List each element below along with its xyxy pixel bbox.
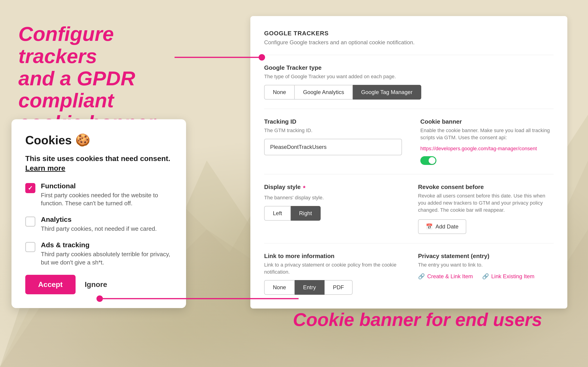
create-link-action[interactable]: 🔗 Create & Link Item [418, 273, 473, 280]
tracker-type-desc: The type of Google Tracker you want adde… [264, 73, 553, 80]
cookie-banner-card: Cookies 🍪 This site uses cookies that ne… [11, 119, 186, 308]
tracking-id-label: Tracking ID [264, 118, 402, 125]
panel-title: GOOGLE TRACKERS [264, 30, 553, 37]
link-pdf-btn[interactable]: PDF [325, 280, 353, 295]
ads-desc: Third party cookies absolutely terrible … [41, 250, 172, 266]
display-revoke-row: Display style * The banners' display sty… [264, 184, 553, 234]
display-style-label: Display style [264, 184, 301, 191]
panel-subtitle: Configure Google trackers and an optiona… [264, 39, 553, 46]
panel-header: GOOGLE TRACKERS Configure Google tracker… [264, 30, 553, 46]
link-info-desc: Link to a privacy statement or cookie po… [264, 261, 400, 276]
tracker-analytics-btn[interactable]: Google Analytics [295, 85, 353, 100]
calendar-icon: 📅 [426, 223, 433, 230]
analytics-checkbox[interactable] [25, 217, 35, 227]
svg-point-4 [259, 54, 265, 60]
divider-2 [264, 109, 553, 109]
cookie-item-analytics: Analytics Third party cookies, not neede… [25, 216, 172, 233]
revoke-consent-label: Revoke consent before [418, 184, 553, 191]
cookie-banner-col: Cookie banner Enable the cookie banner. … [420, 118, 553, 165]
privacy-label: Privacy statement (entry) [418, 252, 553, 260]
analytics-title: Analytics [41, 216, 157, 223]
cookie-title: Cookies 🍪 [25, 133, 172, 147]
ads-title: Ads & tracking [41, 241, 172, 249]
existing-link-action[interactable]: 🔗 Link Existing Item [482, 273, 535, 280]
cookie-banner-toggle[interactable] [420, 156, 436, 165]
main-heading: Configure trackers and a GPDR compliant … [18, 23, 179, 134]
arrow-line-left [174, 50, 267, 64]
functional-desc: First party cookies needed for the websi… [41, 191, 172, 207]
analytics-desc: Third party cookies, not needed if we ca… [41, 225, 157, 233]
display-style-desc: The banners' display style. [264, 194, 400, 201]
revoke-consent-col: Revoke consent before Revoke all users c… [418, 184, 553, 234]
config-panel: GOOGLE TRACKERS Configure Google tracker… [250, 16, 567, 309]
consent-api-link[interactable]: https://developers.google.com/tag-manage… [420, 146, 537, 151]
divider-3 [264, 174, 553, 174]
display-style-buttons: Left Right [264, 206, 400, 221]
add-date-button[interactable]: 📅 Add Date [418, 219, 466, 234]
cookie-actions: Accept Ignore [25, 275, 172, 294]
cookie-banner-desc: Enable the cookie banner. Make sure you … [420, 127, 553, 141]
divider-4 [264, 243, 553, 243]
tracking-id-input[interactable] [264, 139, 402, 155]
cookie-item-ads: Ads & tracking Third party cookies absol… [25, 241, 172, 266]
bottom-label: Cookie banner for end users [293, 309, 542, 330]
create-link-icon: 🔗 [418, 273, 425, 280]
link-info-label: Link to more information [264, 252, 400, 260]
link-privacy-row: Link to more information Link to a priva… [264, 252, 553, 295]
tracking-id-col: Tracking ID The GTM tracking ID. [264, 118, 402, 165]
revoke-consent-desc: Revoke all users consent before this dat… [418, 192, 553, 214]
display-left-btn[interactable]: Left [264, 206, 291, 221]
required-star: * [303, 184, 305, 192]
functional-title: Functional [41, 182, 172, 190]
heading-text: Configure trackers and a GPDR compliant … [18, 23, 179, 134]
divider-1 [264, 55, 553, 55]
link-info-col: Link to more information Link to a priva… [264, 252, 400, 295]
learn-more-link[interactable]: Learn more [25, 164, 65, 172]
tracker-type-label: Google Tracker type [264, 64, 553, 71]
tracker-type-section: Google Tracker type The type of Google T… [264, 64, 553, 100]
display-style-col: Display style * The banners' display sty… [264, 184, 400, 234]
svg-point-5 [96, 295, 103, 302]
accept-button[interactable]: Accept [25, 275, 76, 294]
arrow-line-bottom [96, 292, 303, 306]
privacy-statement-col: Privacy statement (entry) The entry you … [418, 252, 553, 295]
cookie-subtitle: This site uses cookies that need consent… [25, 154, 172, 173]
privacy-desc: The entry you want to link to. [418, 261, 553, 269]
tracker-type-buttons: None Google Analytics Google Tag Manager [264, 85, 553, 100]
tracking-id-desc: The GTM tracking ID. [264, 127, 402, 134]
tracking-cookie-row: Tracking ID The GTM tracking ID. Cookie … [264, 118, 553, 165]
privacy-link-actions: 🔗 Create & Link Item 🔗 Link Existing Ite… [418, 273, 553, 280]
tracker-gtm-btn[interactable]: Google Tag Manager [353, 85, 421, 100]
tracker-none-btn[interactable]: None [264, 85, 295, 100]
display-right-btn[interactable]: Right [291, 206, 321, 221]
ads-checkbox[interactable] [25, 242, 35, 252]
cookie-banner-label: Cookie banner [420, 118, 553, 125]
existing-link-icon: 🔗 [482, 273, 489, 280]
functional-checkbox[interactable] [25, 183, 35, 193]
ignore-button[interactable]: Ignore [85, 280, 107, 289]
cookie-item-functional: Functional First party cookies needed fo… [25, 182, 172, 207]
